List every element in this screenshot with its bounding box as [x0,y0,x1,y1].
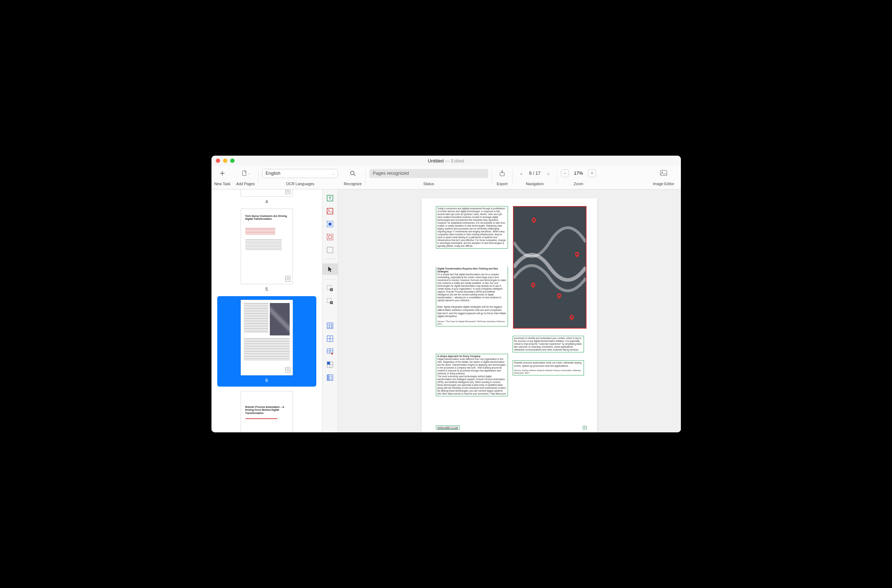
svg-rect-12 [328,236,331,238]
zoom-value[interactable]: 17% [570,171,587,176]
svg-rect-0 [243,171,246,176]
text-block-3[interactable]: A Unique Approach for Every Company Digi… [436,354,508,396]
svg-rect-24 [327,375,329,381]
thumbnail-6[interactable]: 6 [217,296,316,387]
image-editor-button[interactable] [657,168,670,178]
navigation-label: Navigation [526,182,544,186]
svg-rect-7 [327,208,333,214]
svg-rect-11 [327,234,333,240]
table-delete-tool[interactable] [326,347,334,356]
thumbnail-5[interactable]: Tech Savvy Customers Are Driving Digital… [217,208,316,292]
recognize-button[interactable] [346,168,359,178]
status-label: Status [423,182,434,186]
svg-rect-10 [328,223,331,225]
toolbar: New Task ⌵ Add Pages English ⌵ OCR Langu… [211,166,681,189]
add-area-tool[interactable] [326,284,334,292]
text-block-2[interactable]: Digital Transformation Requires New Thin… [436,267,508,326]
ocr-languages-label: OCR Languages [286,182,314,186]
footer-page-number[interactable]: 6 [583,426,586,429]
document-status: — Edited [445,158,465,164]
table-tool-1[interactable] [326,321,334,330]
app-window: Untitled — Edited New Task ⌵ Add Pages [211,156,681,432]
language-value: English [265,171,280,176]
traffic-lights [216,159,234,163]
thumb-title: Tech Savvy Customers Are Driving Digital… [245,215,288,221]
map-pin-icon [570,315,574,321]
titlebar[interactable]: Untitled — Edited [211,156,681,166]
new-task-button[interactable] [216,168,229,178]
picture-area-tool[interactable] [326,207,334,216]
thumbnails-panel[interactable]: 4 Tech Savvy Customers Are Driving Digit… [211,189,322,432]
zoom-out-button[interactable]: − [561,170,569,177]
page-icon [285,367,290,373]
thumb-title: Robotic Process Automation – A Driving F… [245,406,288,415]
document-name: Untitled [427,158,444,164]
svg-rect-18 [327,323,333,328]
close-button[interactable] [216,159,220,163]
map-pin-icon [557,293,561,299]
picture-block[interactable] [513,206,586,328]
add-pages-button[interactable]: ⌵ [237,168,254,178]
table-merge-tool[interactable] [326,373,334,382]
status-text: Pages recognized [373,171,409,176]
nav-next-button[interactable]: › [543,169,553,178]
zoom-in-button[interactable]: + [588,170,596,177]
text-block-1[interactable]: Today's consumers are digitally empowere… [436,206,508,249]
map-pin-icon [531,282,535,288]
selection-area-tool[interactable] [326,246,334,254]
nav-page-indicator[interactable]: 6 / 17 [527,171,543,176]
chevron-down-icon: ⌵ [333,171,335,176]
add-pages-label: Add Pages [236,182,255,186]
new-task-label: New Task [214,182,231,186]
thumb-image [270,303,290,335]
remove-area-tool[interactable] [326,297,334,306]
map-pin-icon [575,252,579,258]
pointer-tool[interactable] [322,263,338,275]
maximize-button[interactable] [230,159,234,163]
text-area-tool[interactable]: T [326,194,334,202]
status-field: Pages recognized [369,169,488,178]
document-page[interactable]: Today's consumers are digitally empowere… [421,198,597,432]
table-cell-tool[interactable] [326,360,334,369]
map-pin-icon [532,218,536,224]
document-canvas[interactable]: Today's consumers are digitally empowere… [338,189,681,432]
recognition-area-tool[interactable] [326,233,334,242]
svg-point-8 [328,210,330,211]
svg-point-4 [661,172,663,173]
area-tools-column: T [322,189,338,432]
nav-prev-button[interactable]: ‹ [516,169,526,178]
minimize-button[interactable] [223,159,227,163]
thumbnail-7[interactable]: Robotic Process Automation – A Driving F… [217,391,316,432]
page-icon [285,189,290,194]
text-block-5[interactable]: Robotic process automation tools cut cos… [513,360,584,375]
text-block-4[interactable]: processes to identify and understand you… [513,336,584,352]
thumbnail-4[interactable]: 4 [217,189,316,204]
thumbnail-number: 4 [265,199,268,204]
table-tool-2[interactable] [326,334,334,343]
svg-rect-3 [660,170,667,176]
language-select[interactable]: English ⌵ [262,169,338,178]
window-title: Untitled — Edited [427,158,464,164]
export-label: Export [497,182,508,186]
content-area: 4 Tech Savvy Customers Are Driving Digit… [211,189,681,432]
svg-rect-22 [327,362,330,364]
export-button[interactable] [496,168,509,178]
thumbnail-number: 5 [265,286,268,292]
svg-text:T: T [329,196,331,200]
page-icon [285,276,290,282]
chevron-down-icon: ⌵ [248,171,250,175]
image-editor-label: Image Editor [653,182,675,186]
footer-url[interactable]: WWW.ABBYY.COM [436,426,460,429]
barcode-area-tool[interactable] [326,220,334,228]
zoom-label: Zoom [574,182,583,186]
svg-rect-13 [327,247,333,253]
thumbnail-number: 6 [265,378,268,383]
svg-point-1 [351,171,354,175]
recognize-label: Recognize [344,182,362,186]
